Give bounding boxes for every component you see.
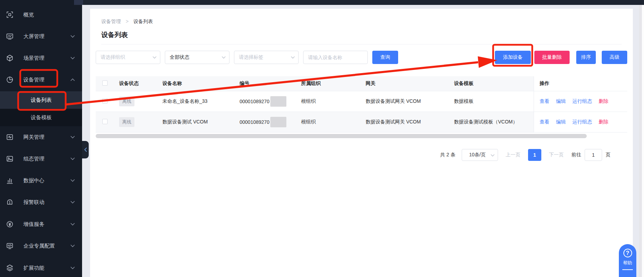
breadcrumb-current: 设备列表 (133, 19, 153, 24)
sidebar-item-enterprise-config[interactable]: 企业专属配置 (0, 235, 82, 257)
divider (101, 44, 622, 44)
table-header-row: 设备状态 设备名称 编号 所属组织 网关 设备模板 操作 (96, 76, 627, 91)
bar-chart-icon (6, 177, 14, 184)
cell-template: 数据设备测试模板（VCOM） (454, 119, 534, 125)
top-strip (82, 0, 644, 5)
pagination-total: 共 2 条 (440, 152, 455, 158)
sidebar-subitem-device-template[interactable]: 设备模板 (0, 109, 82, 126)
current-page-button[interactable]: 1 (528, 149, 541, 161)
delete-link[interactable]: 删除 (599, 119, 608, 125)
chevron-down-icon (71, 201, 75, 204)
cell-name: 未命名_设备名称_33 (162, 98, 240, 105)
sidebar-item-value-services[interactable]: 增值服务 (0, 213, 82, 235)
help-widget[interactable]: ? 帮助 (619, 244, 636, 277)
cell-gateway: 数据设备测试网关 VCOM (366, 119, 454, 125)
chevron-down-icon (71, 267, 75, 269)
code-text: 00001089270 (240, 119, 270, 125)
header-checkbox-cell (96, 80, 119, 87)
sidebar-item-device-mgmt[interactable]: 设备管理 (0, 69, 82, 91)
sidebar: 概览 大屏管理 场景管理 设备管理 设备列表 设备模 (0, 0, 82, 277)
sort-button[interactable]: 排序 (576, 51, 596, 64)
status-badge: 离线 (119, 97, 134, 106)
delete-link[interactable]: 删除 (599, 98, 608, 105)
status-select[interactable]: 全部状态 (165, 51, 229, 64)
overview-icon (6, 11, 14, 19)
chevron-down-icon (291, 56, 295, 59)
tag-select[interactable]: 请选择标签 (234, 51, 299, 64)
sidebar-item-label: 大屏管理 (23, 33, 44, 40)
page-title: 设备列表 (101, 30, 128, 40)
cell-org: 根组织 (301, 119, 366, 125)
col-header-actions: 操作 (534, 76, 627, 91)
sidebar-item-screen-mgmt[interactable]: 大屏管理 (0, 26, 82, 47)
breadcrumb-separator-icon: > (126, 19, 129, 24)
cell-status: 离线 (119, 117, 162, 127)
chevron-down-icon (71, 157, 75, 160)
sidebar-item-gateway-mgmt[interactable]: 网关管理 (0, 126, 82, 148)
edit-link[interactable]: 编辑 (556, 119, 566, 125)
chevron-down-icon (71, 35, 75, 38)
cell-org: 根组织 (301, 98, 366, 105)
select-all-checkbox[interactable] (102, 80, 108, 86)
sidebar-item-overview[interactable]: 概览 (0, 4, 82, 26)
runtime-link[interactable]: 运行组态 (572, 119, 592, 125)
add-device-button[interactable]: 添加设备 (495, 51, 531, 64)
prev-page-button[interactable]: 上一页 (506, 152, 520, 158)
sidebar-subitem-label: 设备模板 (31, 114, 52, 121)
next-page-button[interactable]: 下一页 (549, 152, 564, 158)
table-row: 离线 未命名_设备名称_33 00001089270 根组织 数据设备测试网关 … (96, 91, 627, 112)
cell-code: 00001089270 (240, 117, 301, 127)
search-button[interactable]: 查询 (372, 51, 398, 64)
edit-link[interactable]: 编辑 (556, 98, 566, 105)
sidebar-item-label: 报警联动 (23, 199, 44, 206)
sidebar-collapse-toggle[interactable] (82, 141, 89, 158)
gateway-icon (6, 133, 14, 141)
runtime-link[interactable]: 运行组态 (572, 98, 592, 105)
goto-page-input[interactable] (585, 149, 602, 161)
row-checkbox[interactable] (102, 119, 108, 124)
chevron-down-icon (71, 244, 75, 247)
cell-gateway: 数据设备测试网关 VCOM (366, 98, 454, 105)
org-select[interactable]: 请选择组织 (96, 51, 160, 64)
col-header-org: 所属组织 (301, 80, 366, 87)
alarm-icon (6, 198, 14, 206)
sidebar-item-label: 设备管理 (23, 77, 44, 83)
sidebar-item-scene-mgmt[interactable]: 场景管理 (0, 47, 82, 69)
row-checkbox-cell (96, 119, 119, 125)
horizontal-scrollbar[interactable] (96, 134, 587, 138)
view-link[interactable]: 查看 (540, 98, 549, 105)
tag-select-placeholder: 请选择标签 (239, 54, 263, 61)
sidebar-item-label: 增值服务 (23, 221, 44, 228)
advanced-button[interactable]: 高级 (602, 51, 627, 64)
device-name-input[interactable] (303, 51, 368, 64)
col-header-template: 设备模板 (454, 80, 534, 87)
breadcrumb-parent[interactable]: 设备管理 (101, 19, 121, 24)
content-card: 设备管理 > 设备列表 设备列表 请选择组织 全部状态 请选择标签 (90, 9, 633, 277)
vertical-scrollbar[interactable] (639, 5, 642, 277)
sidebar-item-label: 数据中心 (23, 177, 44, 184)
cell-name: 数据设备测试 VCOM (162, 119, 240, 125)
sidebar-subitem-device-list[interactable]: 设备列表 (0, 91, 82, 109)
sidebar-item-data-center[interactable]: 数据中心 (0, 170, 82, 191)
redaction-box (270, 96, 286, 107)
sidebar-item-label: 场景管理 (23, 55, 44, 62)
col-header-code: 编号 (240, 80, 301, 87)
cell-actions: 查看 编辑 运行组态 删除 (534, 91, 627, 112)
sidebar-item-label: 组态管理 (23, 156, 44, 162)
row-checkbox[interactable] (102, 98, 108, 104)
col-header-gateway: 网关 (366, 80, 454, 87)
redaction-box (270, 117, 286, 127)
page-size-select[interactable]: 10条/页 (462, 149, 498, 161)
batch-delete-button[interactable]: 批量删除 (534, 51, 570, 64)
sidebar-item-alarm-linkage[interactable]: 报警联动 (0, 191, 82, 213)
help-divider (622, 269, 633, 270)
page-size-value: 10条/页 (469, 152, 485, 158)
sidebar-item-extensions[interactable]: 扩展功能 (0, 257, 82, 277)
code-text: 00001089270 (240, 99, 270, 104)
row-checkbox-cell (96, 98, 119, 105)
chevron-down-icon (71, 57, 75, 59)
view-link[interactable]: 查看 (540, 119, 549, 125)
chevron-down-icon (71, 136, 75, 138)
sidebar-item-scada-mgmt[interactable]: 组态管理 (0, 148, 82, 170)
chevron-down-icon (491, 154, 495, 157)
